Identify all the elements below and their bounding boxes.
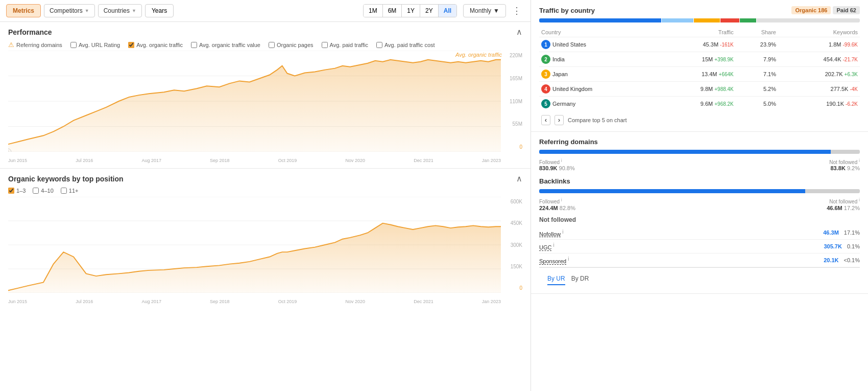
countries-arrow-icon: ▼ [132, 8, 136, 13]
checkbox-4-10[interactable] [33, 188, 39, 194]
back-bar-not-followed [805, 189, 860, 193]
back-followed-stat: Followed i 224.4M 82.8% [539, 197, 575, 211]
not-followed-pct: 9.2% [847, 165, 860, 171]
rank-5: 5 [541, 99, 550, 108]
nf-sponsored-label: Sponsored i [539, 256, 569, 264]
checkbox-paid-traffic[interactable] [322, 42, 328, 48]
back-followed-pct: 82.8% [560, 205, 575, 211]
metric-label-referring: Referring domains [16, 42, 62, 48]
prev-arrow-button[interactable]: ‹ [541, 115, 550, 125]
kw-check-11plus: 11+ [61, 188, 79, 194]
nf-ugc-values: 305.7K 0.1% [824, 243, 860, 249]
competitors-dropdown[interactable]: Competitors ▼ [44, 4, 95, 17]
ref-bar-not-followed [831, 150, 860, 154]
cb-germany [740, 18, 756, 22]
metric-label-paid-cost: Avg. paid traffic cost [384, 42, 435, 48]
country-table: Country Traffic Share Keywords 1United S… [539, 28, 860, 111]
time-2y[interactable]: 2Y [420, 5, 439, 17]
cb-us [539, 18, 661, 22]
checkbox-paid-cost[interactable] [376, 42, 382, 48]
kw-label-4-10: 4–10 [41, 188, 53, 194]
keywords-collapse-button[interactable]: ∧ [516, 174, 522, 183]
followed-value: 830.9K [539, 165, 557, 171]
time-all[interactable]: All [439, 5, 456, 17]
bottom-tabs: By UR By DR [539, 267, 860, 287]
not-followed-label: Not followed i [829, 158, 860, 165]
kw-uk: 277.5K -4K [778, 82, 860, 97]
kw-y-450k: 450K [511, 220, 522, 226]
traffic-uk: 9.8M +988.4K [657, 82, 736, 97]
nf-nofollow-row: Nofollow i 46.3M 17.1% [539, 226, 860, 240]
perf-y-220m: 220M [510, 53, 522, 58]
kw-x-jun2015: Jun 2015 [8, 299, 27, 304]
back-not-followed-label: Not followed i [827, 197, 860, 204]
ref-not-followed-stat: Not followed i 83.8K 9.2% [829, 158, 860, 171]
back-stats: Followed i 224.4M 82.8% Not followed i 4… [539, 197, 860, 211]
kw-label-11plus: 11+ [69, 188, 79, 194]
rank-4: 4 [541, 84, 550, 94]
checkbox-organic-traffic[interactable] [128, 42, 134, 48]
metric-label-url-rating: Avg. URL Rating [79, 42, 120, 48]
checkbox-organic-value[interactable] [191, 42, 197, 48]
metrics-button[interactable]: Metrics [6, 4, 41, 17]
time-1m[interactable]: 1M [364, 5, 383, 17]
followed-values: 830.9K 90.8% [539, 165, 575, 171]
nf-ugc-pct: 0.1% [847, 243, 860, 249]
next-arrow-button[interactable]: › [554, 115, 564, 125]
cb-japan [694, 18, 719, 22]
perf-x-dec2021: Dec 2021 [414, 158, 433, 163]
keywords-chart-svg [8, 197, 501, 293]
kw-japan: 202.7K +6.3K [778, 67, 860, 82]
not-followed-section-title: Not followed [539, 216, 860, 223]
nf-nofollow-value: 46.3M [823, 229, 839, 236]
performance-collapse-button[interactable]: ∧ [516, 27, 522, 37]
perf-x-jan2023: Jan 2023 [482, 158, 501, 163]
share-uk: 5.2% [736, 82, 778, 97]
more-options-button[interactable]: ⋮ [509, 4, 524, 17]
backlinks-title: Backlinks [539, 177, 860, 185]
checkbox-url-rating[interactable] [70, 42, 77, 48]
followed-label: Followed i [539, 158, 575, 165]
metric-label-organic-traffic: Avg. organic traffic [136, 42, 183, 48]
metric-referring-domains: ⚠ Referring domains [8, 41, 62, 49]
kw-y-0: 0 [519, 285, 522, 291]
tab-by-ur[interactable]: By UR [547, 273, 565, 285]
checkbox-11plus[interactable] [61, 188, 67, 194]
col-keywords: Keywords [778, 28, 860, 37]
time-6m[interactable]: 6M [383, 5, 402, 17]
monthly-dropdown[interactable]: Monthly ▼ [463, 4, 506, 17]
kw-x-oct2019: Oct 2019 [278, 299, 297, 304]
tab-by-dr[interactable]: By DR [571, 273, 589, 285]
nf-sponsored-row: Sponsored i 20.1K <0.1% [539, 254, 860, 267]
perf-x-labels: Jun 2015 Jul 2016 Aug 2017 Sep 2018 Oct … [8, 158, 501, 163]
kw-x-labels: Jun 2015 Jul 2016 Aug 2017 Sep 2018 Oct … [8, 299, 501, 304]
kw-y-150k: 150K [511, 264, 522, 269]
country-uk: 4United Kingdom [539, 82, 657, 97]
back-followed-value: 224.4M [539, 205, 558, 211]
metric-paid-cost: Avg. paid traffic cost [376, 42, 435, 48]
country-japan: 3Japan [539, 67, 657, 82]
checkbox-1-3[interactable] [8, 188, 14, 194]
metrics-row: ⚠ Referring domains Avg. URL Rating Avg.… [8, 41, 522, 49]
compare-row: ‹ › Compare top 5 on chart [539, 111, 860, 125]
metric-url-rating: Avg. URL Rating [70, 42, 120, 48]
nf-sponsored-values: 20.1K <0.1% [824, 257, 860, 263]
not-followed-value: 83.8K [831, 165, 846, 171]
metric-paid-traffic: Avg. paid traffic [322, 42, 368, 48]
checkbox-organic-pages[interactable] [269, 42, 275, 48]
nf-nofollow-values: 46.3M 17.1% [823, 229, 860, 236]
referring-domains-bar [539, 150, 860, 154]
traffic-germany: 9.6M +968.2K [657, 97, 736, 111]
time-1y[interactable]: 1Y [402, 5, 420, 17]
perf-y-55m: 55M [513, 121, 522, 127]
country-india: 2India [539, 52, 657, 67]
years-button[interactable]: Years [145, 4, 174, 17]
rank-1: 1 [541, 40, 550, 49]
warning-icon: ⚠ [8, 41, 14, 49]
col-traffic: Traffic [657, 28, 736, 37]
performance-chart-svg: G [8, 51, 501, 152]
countries-dropdown[interactable]: Countries ▼ [98, 4, 142, 17]
right-panel: Traffic by country Organic 186 Paid 62 C… [531, 0, 868, 391]
back-bar-followed [539, 189, 805, 193]
nf-sponsored-value: 20.1K [824, 257, 838, 263]
